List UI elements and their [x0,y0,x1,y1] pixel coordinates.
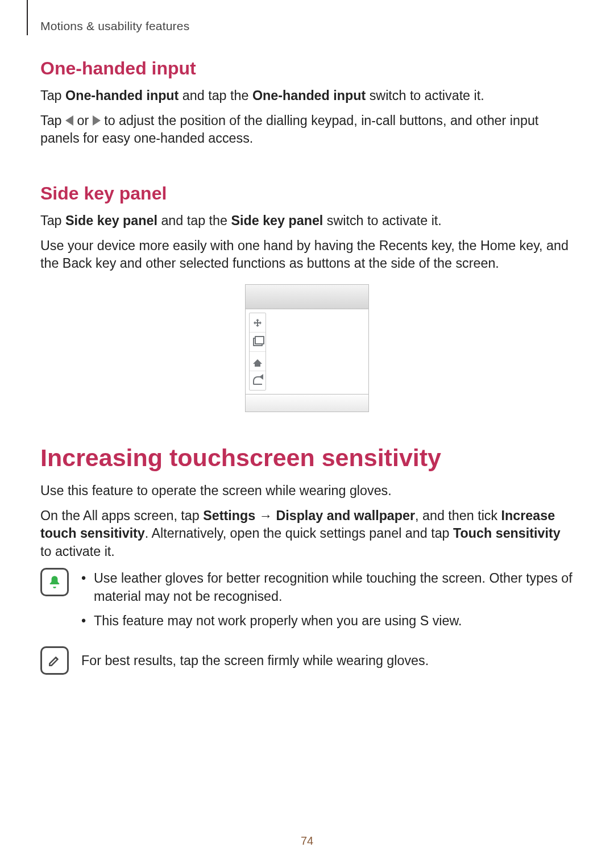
bold-text: One-handed input [65,88,179,103]
text: switch to activate it. [323,213,441,228]
triangle-left-icon [65,115,73,126]
note-green-list: Use leather gloves for better recognitio… [81,569,574,630]
page-tab-line [27,0,28,35]
side-key-figure [40,284,574,412]
bold-text: Touch sensitivity [453,526,561,541]
side-key-home [250,352,265,371]
pencil-icon [47,653,62,668]
text: switch to activate it. [366,88,484,103]
bold-text: Side key panel [231,213,323,228]
text: and tap the [157,213,231,228]
back-icon [253,376,262,385]
text: to activate it. [40,544,115,559]
text: Tap [40,88,65,103]
recents-icon [253,338,263,346]
side-key-back [250,371,265,390]
bold-text: One-handed input [252,88,366,103]
text: → [255,508,276,523]
bell-icon [47,575,62,589]
device-screen [246,309,368,394]
one-handed-para-2: Tap or to adjust the position of the dia… [40,112,574,148]
text: and tap the [179,88,252,103]
heading-side-key-panel: Side key panel [40,183,574,204]
breadcrumb: Motions & usability features [40,19,574,33]
note-grey-text: For best results, tap the screen firmly … [81,652,429,670]
heading-touch-sensitivity: Increasing touchscreen sensitivity [40,444,574,472]
side-key-panel-widget [249,313,266,391]
bold-text: Side key panel [65,213,157,228]
note-green: Use leather gloves for better recognitio… [40,568,574,636]
text: . Alternatively, open the quick settings… [145,526,453,541]
bold-text: Display and wallpaper [276,508,415,523]
side-key-para-2: Use your device more easily with one han… [40,237,574,273]
text: Tap [40,213,65,228]
note-grey: For best results, tap the screen firmly … [40,646,574,677]
side-key-para-1: Tap Side key panel and tap the Side key … [40,212,574,230]
device-status-bar [246,285,368,309]
note-green-item-1: Use leather gloves for better recognitio… [81,569,574,606]
text: or [73,113,93,128]
text: to adjust the position of the dialling k… [40,113,538,146]
device-mockup [245,284,369,412]
text: Tap [40,113,65,128]
side-key-recents [250,333,265,352]
touch-para-1: Use this feature to operate the screen w… [40,482,574,500]
home-icon [253,359,262,364]
text: , and then tick [415,508,501,523]
page-content: Motions & usability features One-handed … [40,19,574,868]
note-green-body: Use leather gloves for better recognitio… [81,569,574,636]
heading-one-handed-input: One-handed input [40,58,574,79]
side-key-move [250,313,265,333]
triangle-right-icon [93,115,101,126]
page-number: 74 [0,834,614,848]
note-pencil-icon [40,646,69,675]
bold-text: Settings [203,508,255,523]
note-green-item-2: This feature may not work properly when … [81,612,574,630]
note-grey-body: For best results, tap the screen firmly … [81,647,429,677]
note-bell-icon [40,568,69,596]
one-handed-para-1: Tap One-handed input and tap the One-han… [40,87,574,105]
touch-para-2: On the All apps screen, tap Settings → D… [40,507,574,561]
text: On the All apps screen, tap [40,508,203,523]
device-nav-bar [246,394,368,412]
move-icon [253,318,262,327]
